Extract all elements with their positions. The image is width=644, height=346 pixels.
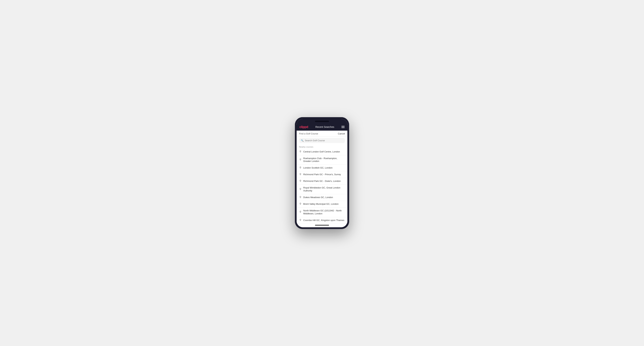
course-list: Central London Golf Centre, London Roeha… [296, 149, 348, 224]
nearby-section: Nearby courses Central London Golf Centr… [296, 144, 348, 224]
course-item[interactable]: London Scottish GC, London [296, 165, 348, 171]
course-name: Richmond Park GC - Duke's, London [303, 180, 340, 183]
course-item[interactable]: Brent Valley Municipal GC, London [296, 201, 348, 207]
search-box: 🔍 [299, 138, 345, 143]
course-name: Central London Golf Centre, London [303, 150, 340, 153]
course-name: Brent Valley Municipal GC, London [303, 203, 338, 206]
course-item[interactable]: Richmond Park GC - Duke's, London [296, 178, 348, 185]
search-input[interactable] [305, 139, 343, 142]
app-logo: clippd [300, 125, 308, 129]
course-name: London Scottish GC, London [303, 167, 332, 170]
location-pin-icon [299, 219, 302, 222]
course-item[interactable]: Richmond Park GC - Prince's, Surrey [296, 171, 348, 178]
course-item[interactable]: North Middlesex GC (1011942 - North Midd… [296, 207, 348, 217]
menu-button[interactable] [342, 126, 344, 128]
header-title: Recent Searches [315, 126, 334, 128]
phone-frame: clippd Recent Searches Find a Golf Cours… [295, 117, 349, 229]
menu-icon [342, 127, 344, 127]
phone-screen: clippd Recent Searches Find a Golf Cours… [296, 119, 348, 227]
search-icon: 🔍 [301, 139, 304, 142]
find-bar: Find a Golf Course Cancel [296, 131, 348, 137]
course-name: Roehampton Club - Roehampton, Greater Lo… [303, 157, 345, 163]
phone-notch [296, 119, 348, 124]
location-pin-icon [299, 196, 302, 199]
notch-pill [315, 121, 329, 122]
course-item[interactable]: Roehampton Club - Roehampton, Greater Lo… [296, 155, 348, 165]
course-item[interactable]: Central London Golf Centre, London [296, 149, 348, 155]
course-name: Dukes Meadows GC, London [303, 196, 333, 199]
location-pin-icon [299, 159, 302, 161]
location-pin-icon [299, 211, 302, 214]
home-indicator [296, 224, 348, 227]
location-pin-icon [299, 173, 302, 176]
course-name: Richmond Park GC - Prince's, Surrey [303, 173, 341, 176]
course-item[interactable]: Coombe Hill GC, Kingston upon Thames [296, 217, 348, 224]
course-item[interactable]: Dukes Meadows GC, London [296, 194, 348, 201]
course-name: Coombe Hill GC, Kingston upon Thames [303, 219, 344, 222]
location-pin-icon [299, 203, 302, 206]
nearby-label: Nearby courses [296, 144, 348, 149]
course-name: Royal Wimbledon GC, Great London Authori… [303, 186, 345, 192]
location-pin-icon [299, 150, 302, 153]
find-label: Find a Golf Course [299, 132, 318, 135]
cancel-button[interactable]: Cancel [338, 132, 345, 135]
search-container: 🔍 [296, 137, 348, 144]
location-pin-icon [299, 188, 302, 191]
location-pin-icon [299, 180, 302, 183]
course-item[interactable]: Royal Wimbledon GC, Great London Authori… [296, 185, 348, 194]
app-header: clippd Recent Searches [296, 124, 348, 131]
home-bar [315, 225, 329, 225]
location-pin-icon [299, 167, 302, 170]
main-content: Find a Golf Course Cancel 🔍 Nearby cours… [296, 131, 348, 224]
course-name: North Middlesex GC (1011942 - North Midd… [303, 209, 345, 215]
menu-icon [342, 128, 344, 128]
menu-icon [342, 126, 344, 126]
